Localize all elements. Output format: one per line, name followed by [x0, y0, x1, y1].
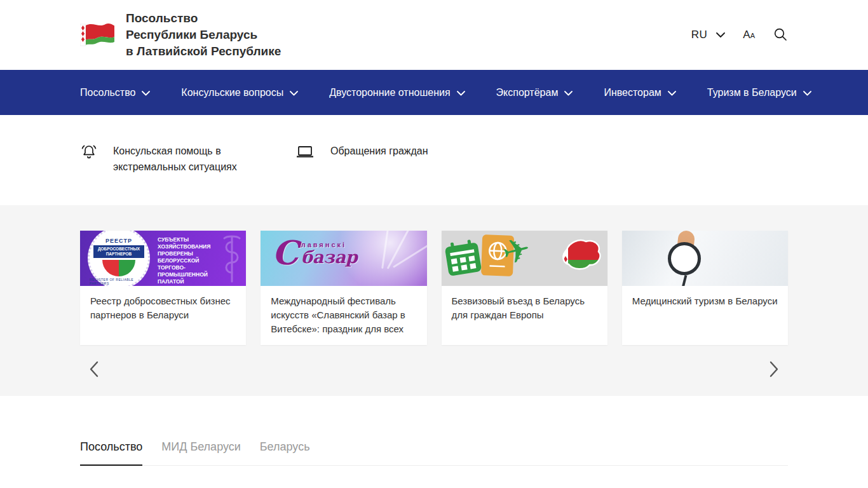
registry-badge-subtitle: ДОБРОСОВЕСТНЫХ ПАРТНЕРОВ [93, 245, 144, 258]
nav-item-tourism[interactable]: Туризм в Беларуси [707, 87, 811, 98]
card-image-medical [622, 231, 788, 286]
chevron-down-icon [668, 87, 676, 98]
chevron-down-icon [803, 87, 811, 98]
bazaar-logo: С лавянскі базар [272, 234, 358, 271]
card-image-bazaar: С лавянскі базар [261, 231, 426, 286]
site-title[interactable]: Посольство Республики Беларусь в Латвийс… [126, 10, 281, 60]
chevron-down-icon [457, 87, 465, 98]
card-medical-tourism[interactable]: Медицинский туризм в Беларуси [622, 231, 788, 345]
tab-mfa-belarus[interactable]: МИД Беларуси [161, 440, 241, 466]
ray-decoration [381, 231, 390, 269]
news-tabs: Посольство МИД Беларуси Беларусь [80, 440, 788, 466]
chevron-down-icon [716, 29, 725, 41]
site-header: Посольство Республики Беларусь в Латвийс… [0, 0, 868, 70]
tab-embassy[interactable]: Посольство [80, 440, 142, 466]
font-size-small-label: A [750, 32, 755, 39]
nav-item-label: Консульские вопросы [181, 87, 283, 98]
stethoscope-tube [681, 275, 687, 286]
carousel-next-button[interactable] [760, 358, 788, 382]
bazaar-logo-line2: базар [301, 248, 358, 266]
site-title-line-3: в Латвийской Республике [126, 43, 281, 60]
nav-item-investors[interactable]: Инвесторам [604, 87, 675, 98]
tab-belarus[interactable]: Беларусь [260, 440, 310, 466]
chevron-down-icon [564, 87, 573, 98]
nav-item-label: Туризм в Беларуси [707, 87, 797, 98]
stethoscope-flag-icon [668, 242, 701, 275]
site-title-line-2: Республики Беларусь [126, 27, 281, 43]
font-size-large-label: A [743, 29, 750, 41]
quick-link-citizen-appeals[interactable]: Обращения граждан [295, 143, 428, 163]
chevron-left-icon [89, 370, 99, 379]
registry-badge-arc-text: REGISTER OF RELIABLE PARTNERS [90, 278, 148, 285]
registry-half-circle [102, 260, 135, 276]
search-button[interactable] [773, 27, 788, 44]
site-title-line-1: Посольство [126, 10, 281, 27]
nav-item-label: Экспортёрам [496, 87, 559, 98]
card-title: Безвизовый въезд в Беларусь для граждан … [442, 286, 607, 322]
carousel-cards: РЕЕСТР ДОБРОСОВЕСТНЫХ ПАРТНЕРОВ REGISTER… [80, 231, 788, 345]
quick-link-label: Консульская помощь в экстремальных ситуа… [113, 143, 248, 175]
nav-item-embassy[interactable]: Посольство [80, 87, 150, 98]
carousel-prev-button[interactable] [80, 358, 108, 382]
quick-links-section: Консульская помощь в экстремальных ситуа… [0, 115, 868, 205]
nav-item-label: Посольство [80, 87, 135, 98]
search-icon [773, 27, 788, 44]
bazaar-logo-initial: С [272, 234, 298, 271]
registry-badge-title: РЕЕСТР [105, 238, 132, 244]
nav-item-label: Двусторонние отношения [329, 87, 450, 98]
belarus-map-icon [557, 236, 605, 283]
nav-item-exporters[interactable]: Экспортёрам [496, 87, 573, 98]
quick-link-consular-help[interactable]: Консульская помощь в экстремальных ситуа… [80, 143, 248, 175]
nav-item-consular[interactable]: Консульские вопросы [181, 87, 298, 98]
nav-item-bilateral[interactable]: Двусторонние отношения [329, 87, 465, 98]
caduceus-icon [218, 233, 246, 286]
chevron-down-icon [290, 87, 298, 98]
card-visa-free[interactable]: ✈ Безви [442, 231, 607, 345]
registry-side-text: СУБЪЕКТЫ ХОЗЯЙСТВОВАНИЯ ПРОВЕРЕНЫ БЕЛОРУ… [158, 236, 224, 285]
quick-link-label: Обращения граждан [330, 143, 428, 159]
belarus-flag-icon [80, 21, 114, 49]
card-title: Медицинский туризм в Беларуси [622, 286, 788, 308]
card-title: Реестр добросовестных бизнес партнеров в… [80, 286, 246, 322]
main-navigation: Посольство Консульские вопросы Двусторон… [0, 70, 868, 115]
belarus-flag-logo[interactable] [80, 21, 114, 49]
laptop-icon [295, 143, 315, 163]
chevron-down-icon [142, 87, 150, 98]
language-label: RU [691, 29, 708, 41]
bell-icon [80, 143, 98, 163]
nav-item-label: Инвесторам [604, 87, 661, 98]
card-title: Международный фестиваль искусств «Славян… [261, 286, 426, 336]
carousel-controls [80, 358, 788, 382]
chevron-right-icon [769, 370, 779, 379]
language-selector[interactable]: RU [691, 29, 726, 41]
card-image-registry: РЕЕСТР ДОБРОСОВЕСТНЫХ ПАРТНЕРОВ REGISTER… [80, 231, 246, 286]
calendar-icon [442, 238, 483, 280]
card-image-visa-free: ✈ [442, 231, 607, 286]
news-tabs-section: Посольство МИД Беларуси Беларусь [0, 396, 868, 466]
registry-badge: РЕЕСТР ДОБРОСОВЕСТНЫХ ПАРТНЕРОВ REGISTER… [88, 231, 150, 286]
news-carousel-section: РЕЕСТР ДОБРОСОВЕСТНЫХ ПАРТНЕРОВ REGISTER… [0, 205, 868, 396]
card-reliable-partners[interactable]: РЕЕСТР ДОБРОСОВЕСТНЫХ ПАРТНЕРОВ REGISTER… [80, 231, 246, 345]
font-size-toggle[interactable]: AA [743, 29, 755, 41]
card-slavic-bazaar[interactable]: С лавянскі базар Международный фестиваль… [261, 231, 426, 345]
